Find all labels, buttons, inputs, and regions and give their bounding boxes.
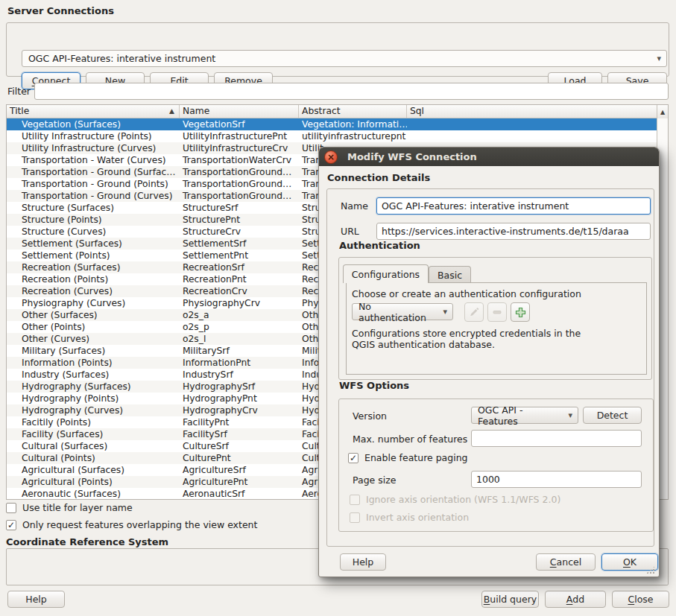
paging-label: Enable feature paging [364, 452, 468, 463]
cancel-button[interactable]: Cancel [536, 553, 596, 571]
sort-ascending-icon: ▲ [169, 107, 174, 115]
cell-name: o2s_p [180, 321, 299, 333]
cell-name: UtilityInfrastructureCrv [180, 142, 299, 154]
close-icon[interactable]: × [324, 150, 338, 164]
authentication-heading: Authentication [339, 240, 420, 251]
page-size-input[interactable] [471, 471, 642, 488]
cell-title: Transportation - Ground (Points) [7, 178, 180, 190]
cell-title: Settlement (Points) [7, 250, 180, 261]
remove-auth-button [487, 302, 507, 322]
table-row[interactable]: Vegetation (Surfaces)VegetationSrfVegeta… [7, 118, 657, 130]
cell-title: Agricultural (Surfaces) [7, 464, 180, 476]
overlap-checkbox[interactable]: ✓ [6, 520, 16, 530]
cell-title: Transportation - Ground (Surfac… [7, 166, 180, 178]
cell-sql [407, 130, 657, 142]
cell-name: PhysiographyCrv [180, 297, 299, 309]
edit-auth-button [464, 302, 484, 322]
column-header-sql[interactable]: Sql [407, 105, 668, 118]
ok-button[interactable]: OK [601, 553, 658, 571]
cell-abstract: utilityinfrastructurepnt [299, 130, 407, 142]
version-select[interactable]: OGC API - Features ▾ [471, 407, 578, 424]
tab-basic[interactable]: Basic [429, 266, 471, 284]
scroll-up-icon[interactable]: ▲ [660, 109, 665, 115]
cell-name: SettlementPnt [180, 250, 299, 261]
wfs-options-heading: WFS Options [339, 380, 409, 391]
cell-title: Utility Infrastructure (Curves) [7, 142, 180, 154]
cell-title: Facitily (Points) [7, 416, 180, 428]
invert-axis-checkbox-row: Invert axis orientation [350, 512, 469, 523]
close-button[interactable]: Close [612, 591, 669, 608]
column-header-abstract[interactable]: Abstract [299, 105, 407, 118]
name-input[interactable] [376, 197, 651, 215]
cell-name: AgriculturePnt [180, 476, 299, 488]
version-select-value: OGC API - Features [478, 404, 561, 427]
table-header: Title ▲ Name Abstract Sql [7, 105, 668, 118]
cell-name: HydrographyCrv [180, 404, 299, 416]
detect-button[interactable]: Detect [583, 407, 642, 424]
cell-name: AeronauticSrf [180, 488, 299, 499]
name-label: Name [341, 200, 368, 212]
cell-title: Other (Surfaces) [7, 309, 180, 321]
build-query-button[interactable]: Build query [481, 591, 539, 608]
max-features-label: Max. number of features [353, 434, 467, 445]
ignore-axis-label: Ignore axis orientation (WFS 1.1/WFS 2.0… [366, 494, 560, 505]
cell-title: Physiography (Curves) [7, 297, 180, 309]
connections-group: OGC API-Features: interative instrument … [6, 22, 669, 77]
cell-name: StructureSrf [180, 202, 299, 214]
cell-title: Military (Surfaces) [7, 345, 180, 357]
main-help-button[interactable]: Help [7, 591, 65, 608]
cell-title: Structure (Points) [7, 214, 180, 226]
cell-sql [407, 118, 657, 130]
minus-icon [492, 307, 502, 317]
tab-configurations[interactable]: Configurations [343, 264, 429, 283]
cell-title: Recreation (Surfaces) [7, 261, 180, 273]
cell-name: TransportationWaterCrv [180, 154, 299, 166]
check-icon: ✓ [350, 454, 357, 463]
cell-title: Settlement (Surfaces) [7, 238, 180, 250]
plus-icon [515, 307, 526, 318]
use-title-checkbox[interactable] [6, 503, 16, 513]
add-auth-button[interactable] [511, 302, 530, 322]
url-input[interactable] [376, 223, 651, 240]
add-button[interactable]: Add [545, 591, 606, 608]
cell-title: Recreation (Curves) [7, 285, 180, 297]
dialog-help-button[interactable]: Help [340, 553, 386, 571]
modify-wfs-connection-dialog: × Modify WFS Connection Connection Detai… [318, 147, 660, 577]
cell-name: RecreationPnt [180, 273, 299, 285]
max-features-input[interactable] [471, 430, 642, 447]
ignore-axis-checkbox-row: Ignore axis orientation (WFS 1.1/WFS 2.0… [350, 494, 560, 505]
cell-name: RecreationCrv [180, 285, 299, 297]
table-row[interactable]: Utility Infrastructure (Points)UtilityIn… [7, 130, 657, 142]
dialog-titlebar[interactable]: × Modify WFS Connection [319, 147, 659, 166]
connection-select[interactable]: OGC API-Features: interative instrument … [22, 50, 667, 67]
filter-input[interactable] [34, 83, 669, 100]
column-header-title[interactable]: Title ▲ [7, 105, 180, 118]
auth-note: Configurations store encrypted credentia… [352, 328, 605, 351]
cell-name: SettlementSrf [180, 238, 299, 250]
paging-checkbox[interactable]: ✓ [348, 453, 358, 463]
check-icon: ✓ [7, 521, 15, 530]
cell-title: Transportation - Water (Curves) [7, 154, 180, 166]
connection-details-heading: Connection Details [327, 172, 430, 183]
overlap-label: Only request features overlapping the vi… [22, 519, 257, 530]
pencil-icon [469, 307, 479, 317]
cell-name: HydrographyPnt [180, 393, 299, 404]
paging-checkbox-row: ✓ Enable feature paging [348, 452, 468, 463]
column-header-name[interactable]: Name [180, 105, 299, 118]
auth-config-select[interactable]: No authentication ▾ [352, 303, 453, 320]
cell-name: HydrographySrf [180, 381, 299, 393]
cell-title: Cultural (Points) [7, 452, 180, 464]
cell-title: Other (Points) [7, 321, 180, 333]
cell-name: UtilityInfrastructurePnt [180, 130, 299, 142]
cell-name: FacilityPnt [180, 416, 299, 428]
crs-heading: Coordinate Reference System [6, 536, 168, 547]
cell-name: FacilitySrf [180, 428, 299, 440]
cell-title: Hydrography (Points) [7, 393, 180, 404]
use-title-checkbox-row: Use title for layer name [6, 502, 133, 513]
cell-abstract: Vegetation: Informati… [299, 118, 407, 130]
cell-title: Structure (Curves) [7, 226, 180, 238]
cell-title: Utility Infrastructure (Points) [7, 130, 180, 142]
cell-title: Aeronautic (Surfaces) [7, 488, 180, 499]
cell-name: o2s_a [180, 309, 299, 321]
ignore-axis-checkbox [350, 495, 360, 505]
